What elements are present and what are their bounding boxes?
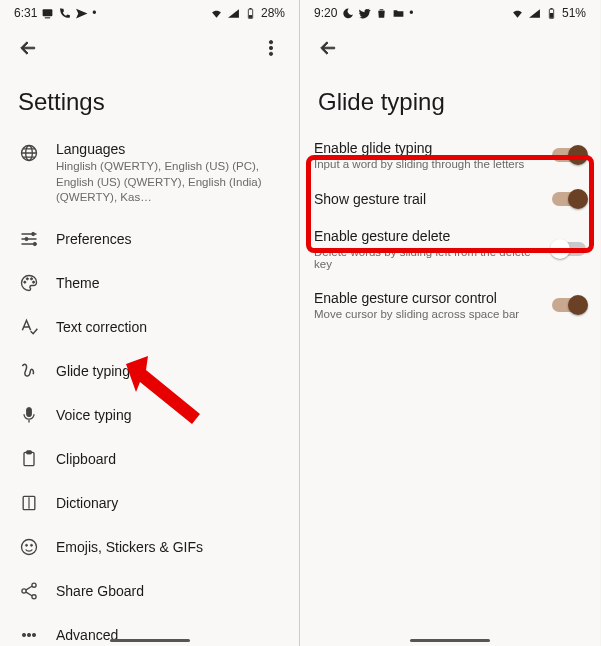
- battery-icon: [545, 7, 558, 20]
- status-time: 9:20: [314, 6, 337, 20]
- svg-point-11: [33, 242, 36, 245]
- row-text-correction[interactable]: Text correction: [6, 305, 293, 349]
- row-label: Voice typing: [56, 407, 281, 423]
- svg-point-21: [26, 544, 28, 546]
- svg-point-26: [22, 633, 25, 636]
- back-button[interactable]: [10, 30, 46, 66]
- message-icon: [41, 7, 54, 20]
- home-indicator[interactable]: [410, 639, 490, 642]
- globe-icon: [19, 143, 39, 163]
- toggle-gesture-delete[interactable]: [552, 240, 586, 258]
- row-label: Theme: [56, 275, 281, 291]
- more-vert-icon: [261, 38, 281, 58]
- settings-list: Languages Hinglish (QWERTY), English (US…: [0, 130, 299, 646]
- setting-title: Show gesture trail: [314, 191, 542, 207]
- trash-icon: [375, 7, 388, 20]
- row-sub: Hinglish (QWERTY), English (US) (PC), En…: [56, 159, 281, 206]
- svg-point-9: [32, 232, 35, 235]
- screen-glide-typing: 9:20 • 51% Glide typing Enable glide typ…: [300, 0, 600, 646]
- home-indicator[interactable]: [110, 639, 190, 642]
- page-title: Glide typing: [300, 70, 600, 130]
- toggle-enable-glide[interactable]: [552, 146, 586, 164]
- row-voice-typing[interactable]: Voice typing: [6, 393, 293, 437]
- status-time: 6:31: [14, 6, 37, 20]
- arrow-back-icon: [318, 38, 338, 58]
- svg-rect-18: [27, 450, 32, 453]
- arrow-back-icon: [18, 38, 38, 58]
- row-preferences[interactable]: Preferences: [6, 217, 293, 261]
- row-label: Glide typing: [56, 363, 281, 379]
- wifi-icon: [210, 7, 223, 20]
- tune-icon: [19, 229, 39, 249]
- status-battery: 51%: [562, 6, 586, 20]
- svg-point-6: [269, 52, 272, 55]
- row-clipboard[interactable]: Clipboard: [6, 437, 293, 481]
- svg-point-22: [31, 544, 33, 546]
- row-label: Clipboard: [56, 451, 281, 467]
- row-theme[interactable]: Theme: [6, 261, 293, 305]
- share-icon: [19, 581, 39, 601]
- svg-rect-31: [550, 8, 552, 9]
- svg-rect-3: [249, 15, 252, 18]
- clipboard-icon: [19, 449, 39, 469]
- svg-point-27: [27, 633, 30, 636]
- dot-icon: •: [409, 6, 413, 20]
- row-label: Emojis, Stickers & GIFs: [56, 539, 281, 555]
- twitter-icon: [358, 7, 371, 20]
- setting-desc: Delete words by sliding left from the de…: [314, 246, 542, 270]
- row-languages[interactable]: Languages Hinglish (QWERTY), English (US…: [6, 130, 293, 217]
- more-horiz-icon: [19, 625, 39, 645]
- status-bar-right: 9:20 • 51%: [300, 0, 600, 26]
- emoji-icon: [19, 537, 39, 557]
- setting-title: Enable gesture cursor control: [314, 290, 542, 306]
- signal-icon: [227, 7, 240, 20]
- row-share-gboard[interactable]: Share Gboard: [6, 569, 293, 613]
- moon-icon: [341, 7, 354, 20]
- gesture-icon: [19, 361, 39, 381]
- toggle-cursor-control[interactable]: [552, 296, 586, 314]
- svg-point-20: [22, 539, 37, 554]
- row-label: Dictionary: [56, 495, 281, 511]
- setting-desc: Move cursor by sliding across space bar: [314, 308, 542, 320]
- setting-title: Enable gesture delete: [314, 228, 542, 244]
- app-bar-right: [300, 26, 600, 70]
- setting-show-trail[interactable]: Show gesture trail: [300, 180, 600, 218]
- row-label: Languages: [56, 141, 281, 157]
- screen-settings: 6:31 • 28% Settings Languages Hinglish (…: [0, 0, 300, 646]
- toggle-show-trail[interactable]: [552, 190, 586, 208]
- svg-rect-16: [27, 407, 32, 416]
- svg-point-14: [30, 277, 32, 279]
- more-button[interactable]: [253, 30, 289, 66]
- svg-point-10: [25, 237, 28, 240]
- book-icon: [19, 493, 39, 513]
- palette-icon: [19, 273, 39, 293]
- row-label: Share Gboard: [56, 583, 281, 599]
- back-button[interactable]: [310, 30, 346, 66]
- setting-desc: Input a word by sliding through the lett…: [314, 158, 542, 170]
- phone-icon: [58, 7, 71, 20]
- row-label: Text correction: [56, 319, 281, 335]
- svg-point-15: [33, 281, 35, 283]
- dot-icon: •: [92, 6, 96, 20]
- setting-enable-glide[interactable]: Enable glide typing Input a word by slid…: [300, 130, 600, 180]
- svg-rect-32: [550, 12, 553, 17]
- svg-point-12: [24, 281, 26, 283]
- row-label: Preferences: [56, 231, 281, 247]
- svg-point-13: [26, 277, 28, 279]
- folder-icon: [392, 7, 405, 20]
- spellcheck-icon: [19, 317, 39, 337]
- setting-cursor-control[interactable]: Enable gesture cursor control Move curso…: [300, 280, 600, 330]
- status-battery: 28%: [261, 6, 285, 20]
- row-glide-typing[interactable]: Glide typing: [6, 349, 293, 393]
- status-bar-left: 6:31 • 28%: [0, 0, 299, 26]
- mic-icon: [19, 405, 39, 425]
- page-title: Settings: [0, 70, 299, 130]
- wifi-icon: [511, 7, 524, 20]
- row-emojis[interactable]: Emojis, Stickers & GIFs: [6, 525, 293, 569]
- signal-icon: [528, 7, 541, 20]
- glide-settings-list: Enable glide typing Input a word by slid…: [300, 130, 600, 330]
- row-dictionary[interactable]: Dictionary: [6, 481, 293, 525]
- setting-gesture-delete[interactable]: Enable gesture delete Delete words by sl…: [300, 218, 600, 280]
- svg-rect-0: [43, 9, 53, 16]
- setting-title: Enable glide typing: [314, 140, 542, 156]
